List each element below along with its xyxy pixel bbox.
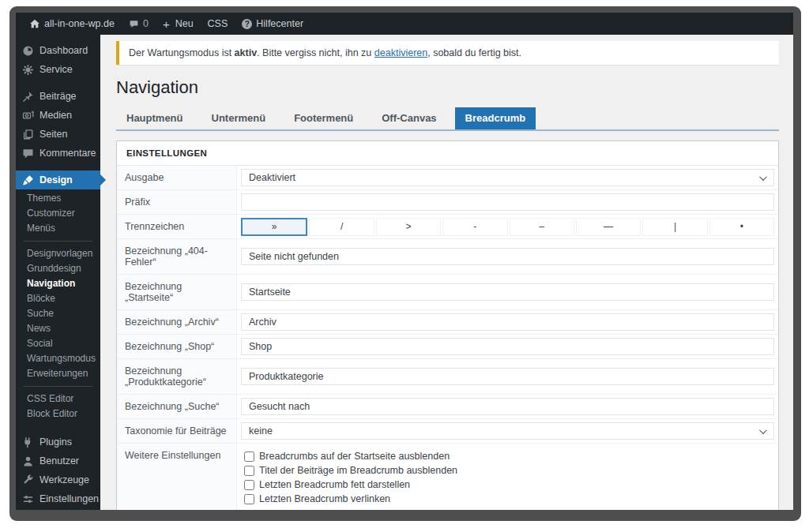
new-content-button[interactable]: + Neu [157,13,199,35]
sidebar-item-tools[interactable]: Werkzeuge [16,470,100,489]
separator-option-slash[interactable]: / [309,218,374,236]
tab-bar: Hauptmenü Untermenü Footermenü Off-Canva… [116,107,779,131]
separator-option-bullet[interactable]: • [709,218,774,236]
hide-on-home-checkbox[interactable] [244,451,254,462]
label-archiv-input[interactable] [241,313,774,331]
submenu-item-css-editor[interactable]: CSS Editor [16,392,100,406]
label-startseite-input[interactable] [241,283,774,301]
settings-row-archiv: Bezeichnung „Archiv“ [117,310,778,335]
separator-option-emdash[interactable]: — [576,218,641,236]
label-404-input[interactable] [241,248,774,265]
separator-option-gt[interactable]: > [376,218,441,236]
sidebar-item-comments[interactable]: Kommentare [16,144,100,163]
page-title: Navigation [116,77,779,98]
wordpress-admin-window: all-in-one-wp.de 0 + Neu CSS ? Hilfecent… [16,13,793,510]
sidebar-item-label: Benutzer [40,455,79,466]
row-label: Trennzeichen [117,215,237,238]
tab-off-canvas[interactable]: Off-Canvas [371,107,446,129]
wrench-icon [22,474,34,486]
plus-icon: + [163,17,170,31]
checkbox-label: Letzten Breadcrumb verlinken [259,493,390,504]
notice-text: . Bitte vergiss nicht, ihn zu [257,47,374,58]
sidebar-item-pages[interactable]: Seiten [16,125,100,144]
checkbox-group: Breadcrumbs auf der Startseite ausblende… [241,446,461,509]
tab-breadcrumb[interactable]: Breadcrumb [455,107,536,129]
submenu-item-grunddesign[interactable]: Grunddesign [16,261,100,276]
design-submenu: Themes Customizer Menüs Designvorlagen G… [16,189,100,425]
row-label: Bezeichnung „Shop“ [117,335,237,358]
row-label: Bezeichnung „Archiv“ [117,310,237,334]
sidebar-item-label: Einstellungen [40,493,99,504]
tab-footermenu[interactable]: Footermenü [284,107,363,129]
settings-row-ausgabe: Ausgabe Deaktiviert [117,166,778,190]
bold-last-checkbox[interactable] [244,480,254,490]
admin-sidebar: Dashboard Service Beiträge Medien Seiten [16,35,100,510]
submenu-item-erweiterungen[interactable]: Erweiterungen [16,366,100,381]
notice-text: Der Wartungsmodus ist [129,47,235,58]
sidebar-item-users[interactable]: Benutzer [16,451,100,470]
submenu-item-suche[interactable]: Suche [16,306,100,321]
sidebar-item-label: Plugins [40,436,72,448]
submenu-item-wartungsmodus[interactable]: Wartungsmodus [16,351,100,366]
sidebar-item-label: Medien [40,110,72,121]
checkbox-label: Breadcrumbs auf der Startseite ausblende… [259,451,450,462]
sidebar-item-label: Beiträge [40,91,77,102]
pages-icon [22,129,34,140]
sidebar-item-label: Seiten [40,129,67,140]
site-link[interactable]: all-in-one-wp.de [24,13,120,35]
site-name: all-in-one-wp.de [44,18,115,29]
settings-row-produktkategorie: Bezeichnung „Produktkategorie“ [117,359,778,395]
sidebar-item-dashboard[interactable]: Dashboard [16,41,100,60]
tab-hauptmenu[interactable]: Hauptmenü [116,107,194,129]
settings-row-suche: Bezeichnung „Suche“ [117,395,778,419]
checkbox-row: Letzten Breadcrumb fett darstellen [244,479,457,490]
praefix-input[interactable] [241,193,774,211]
hide-post-title-checkbox[interactable] [244,466,254,476]
checkbox-label: Titel der Beiträge im Breadcrumb ausblen… [259,465,457,476]
submenu-item-news[interactable]: News [16,321,100,336]
separator-option-endash[interactable]: – [510,218,574,236]
gear-icon [22,64,34,76]
sidebar-item-posts[interactable]: Beiträge [16,87,100,106]
deactivate-link[interactable]: deaktivieren [374,47,427,58]
submenu-item-navigation[interactable]: Navigation [16,276,100,291]
sidebar-item-media[interactable]: Medien [16,106,100,125]
sidebar-item-label: Service [40,64,73,75]
submenu-item-social[interactable]: Social [16,336,100,351]
comment-icon [129,19,139,29]
tab-untermenu[interactable]: Untermenü [201,107,277,129]
sidebar-item-plugins[interactable]: Plugins [16,433,100,451]
separator-option-pipe[interactable]: | [642,218,707,236]
notice-text: , sobald du fertig bist. [427,47,521,58]
separator-option-hyphen[interactable]: - [442,218,507,236]
settings-row-praefix: Präfix [117,190,778,215]
checkbox-row: Letzten Breadcrumb verlinken [244,493,457,504]
label-shop-input[interactable] [241,338,774,355]
submenu-item-block-editor[interactable]: Block Editor [16,406,100,421]
css-menu-item[interactable]: CSS [202,13,234,35]
submenu-item-menus[interactable]: Menüs [16,221,100,236]
ausgabe-select[interactable]: Deaktiviert [241,169,774,186]
label-produktkategorie-input[interactable] [241,368,774,385]
taxonomie-select[interactable]: keine [241,422,774,440]
submenu-item-customizer[interactable]: Customizer [16,206,100,221]
submenu-item-bloecke[interactable]: Blöcke [16,291,100,306]
sidebar-item-label: Werkzeuge [40,474,89,485]
sidebar-item-service[interactable]: Service [16,60,100,79]
notice-bold-text: aktiv [235,47,258,58]
camera-icon [22,110,34,122]
label-suche-input[interactable] [241,398,774,415]
link-last-checkbox[interactable] [244,494,254,504]
sidebar-item-settings[interactable]: Einstellungen [16,489,100,508]
help-center-menu-item[interactable]: ? Hilfecenter [236,13,309,35]
separator-option-guillemet[interactable]: » [241,218,307,236]
maintenance-notice: Der Wartungsmodus ist aktiv. Bitte vergi… [116,41,779,65]
sliders-icon [22,493,34,505]
sidebar-item-design[interactable]: Design [16,170,100,189]
submenu-item-designvorlagen[interactable]: Designvorlagen [16,246,100,261]
sidebar-item-label: Kommentare [40,148,96,159]
settings-row-startseite: Bezeichnung „Startseite“ [117,275,778,310]
comments-shortcut[interactable]: 0 [123,13,154,35]
separator-options: » / > - – — | • [241,218,774,236]
submenu-item-themes[interactable]: Themes [16,191,100,206]
